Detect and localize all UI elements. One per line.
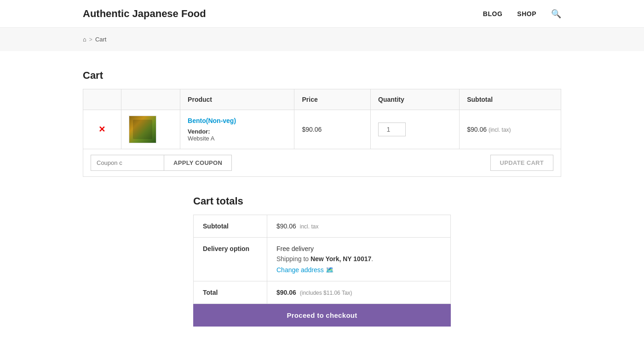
- breadcrumb-home[interactable]: ⌂: [83, 36, 86, 43]
- cart-totals-box: Cart totals Subtotal $90.06 incl. tax De…: [193, 195, 451, 327]
- product-name-link[interactable]: Bento(Non-veg): [188, 117, 236, 124]
- breadcrumb-separator: >: [89, 36, 92, 43]
- quantity-input[interactable]: [378, 123, 406, 136]
- quantity-cell: [371, 110, 460, 149]
- shipping-note: Shipping to New York, NY 10017.: [276, 255, 441, 263]
- total-value-cell: $90.06 (includes $11.06 Tax): [267, 281, 451, 304]
- change-address-label: Change address: [276, 266, 324, 274]
- totals-table: Subtotal $90.06 incl. tax Delivery optio…: [193, 215, 451, 304]
- site-logo[interactable]: Authentic Japanese Food: [83, 8, 206, 20]
- breadcrumb-bar: ⌂ > Cart: [0, 28, 644, 51]
- delivery-label: Delivery option: [194, 238, 267, 281]
- total-label: Total: [194, 281, 267, 304]
- product-cell: Bento(Non-veg) Vendor: Website A: [180, 110, 294, 149]
- col-header-remove: [83, 89, 121, 110]
- cart-totals-section: Cart totals Subtotal $90.06 incl. tax De…: [83, 195, 561, 327]
- table-row: ✕ Bento(Non-veg) Vendor: Website A $90.0…: [83, 110, 561, 149]
- breadcrumb: ⌂ > Cart: [83, 36, 561, 43]
- coupon-input[interactable]: [91, 155, 164, 171]
- map-icon: 🗺️: [326, 266, 334, 274]
- cart-section: Cart Product Price Quantity Subtotal ✕: [83, 70, 561, 177]
- change-address-link[interactable]: Change address 🗺️: [276, 266, 334, 274]
- subtotal-label: Subtotal: [194, 215, 267, 238]
- subtotal-amount: $90.06: [276, 222, 296, 230]
- price-cell: $90.06: [294, 110, 371, 149]
- vendor-label: Vendor:: [188, 128, 287, 135]
- product-image-cell: [121, 110, 180, 149]
- search-icon[interactable]: 🔍: [551, 9, 561, 19]
- subtotal-tax-note: (incl. tax): [489, 127, 511, 133]
- remove-item-button[interactable]: ✕: [98, 125, 105, 134]
- subtotal-value-cell: $90.06 incl. tax: [267, 215, 451, 238]
- cart-actions: APPLY COUPON UPDATE CART: [83, 149, 561, 177]
- shipping-location: New York, NY 10017: [310, 255, 371, 263]
- delivery-row: Delivery option Free delivery Shipping t…: [194, 238, 451, 281]
- remove-cell: ✕: [83, 110, 121, 149]
- cart-table: Product Price Quantity Subtotal ✕ Bento(…: [83, 89, 561, 149]
- vendor-value: Website A: [188, 135, 287, 142]
- shipping-prefix: Shipping to: [276, 255, 309, 263]
- subtotal-row: Subtotal $90.06 incl. tax: [194, 215, 451, 238]
- total-row: Total $90.06 (includes $11.06 Tax): [194, 281, 451, 304]
- main-content: Cart Product Price Quantity Subtotal ✕: [0, 51, 644, 345]
- subtotal-cell: $90.06 (incl. tax): [460, 110, 561, 149]
- update-cart-button[interactable]: UPDATE CART: [490, 155, 554, 171]
- cart-title: Cart: [83, 70, 561, 82]
- coupon-section: APPLY COUPON: [91, 155, 232, 171]
- main-nav: BLOG SHOP 🔍: [483, 9, 561, 19]
- cart-totals-title: Cart totals: [193, 195, 451, 207]
- col-header-subtotal: Subtotal: [460, 89, 561, 110]
- subtotal-incl-tax: incl. tax: [300, 223, 319, 230]
- item-subtotal: $90.06: [467, 126, 487, 133]
- item-price: $90.06: [302, 126, 322, 133]
- col-header-image: [121, 89, 180, 110]
- product-image: [129, 116, 156, 143]
- col-header-product: Product: [180, 89, 294, 110]
- delivery-value-cell: Free delivery Shipping to New York, NY 1…: [267, 238, 451, 281]
- total-amount: $90.06: [276, 289, 296, 296]
- total-tax-note: (includes $11.06 Tax): [300, 290, 352, 296]
- delivery-option: Free delivery: [276, 245, 441, 252]
- checkout-button[interactable]: Proceed to checkout: [193, 304, 451, 327]
- header: Authentic Japanese Food BLOG SHOP 🔍: [0, 0, 644, 28]
- nav-shop[interactable]: SHOP: [517, 10, 536, 18]
- nav-blog[interactable]: BLOG: [483, 10, 502, 18]
- apply-coupon-button[interactable]: APPLY COUPON: [164, 155, 232, 171]
- col-header-price: Price: [294, 89, 371, 110]
- breadcrumb-current: Cart: [95, 36, 107, 43]
- col-header-quantity: Quantity: [371, 89, 460, 110]
